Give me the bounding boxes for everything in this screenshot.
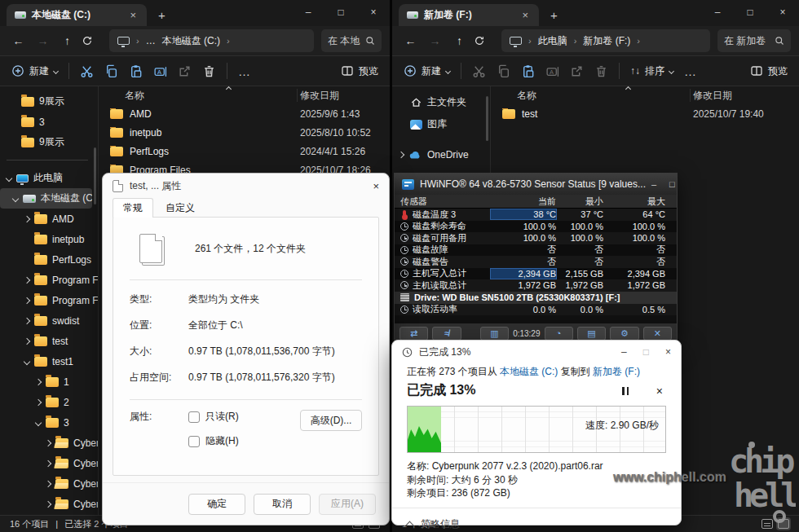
layout-button[interactable]: ▥ [480,327,509,341]
chevron-down-icon[interactable] [24,358,30,364]
sidebar-item[interactable]: Cyberpur [0,494,98,514]
refresh-button[interactable] [474,35,494,46]
report-button[interactable]: ▤ [577,327,606,341]
sidebar-item[interactable]: swdist [0,310,98,331]
paste-icon[interactable] [521,64,535,78]
source-link[interactable]: 本地磁盘 (C:) [500,366,558,377]
this-pc-icon[interactable] [510,37,522,45]
sensor-row[interactable]: 磁盘可用备用 100.0 % 100.0 % 100.0 % [395,232,677,244]
sidebar-item[interactable]: inetpub [0,229,98,249]
forward-button[interactable]: → [425,34,445,47]
close-button[interactable]: × [373,180,379,192]
file-row[interactable]: inetpub2025/8/10 10:52 [99,123,390,142]
breadcrumb-segment[interactable]: 本地磁盘 (C:) [162,34,220,48]
new-button[interactable]: 新建 [11,64,58,78]
column-header-name[interactable]: 名称 [99,89,300,103]
up-button[interactable]: ↑ [57,34,77,47]
paste-icon[interactable] [129,64,143,78]
this-pc-icon[interactable] [117,37,130,45]
column-header-date[interactable]: 修改日期 [300,89,390,103]
maximize-button[interactable]: □ [669,179,675,189]
file-row[interactable]: test 2025/10/7 19:40 [491,104,799,123]
search-icon[interactable] [365,36,375,46]
tab-local-disk-c[interactable]: 本地磁盘 (C:) × [7,4,147,26]
preview-toggle[interactable]: 预览 [750,64,788,78]
details-toggle[interactable]: 简略信息 [407,508,666,531]
column-max[interactable]: 最大 [603,196,665,208]
cancel-copy-button[interactable]: × [656,385,663,398]
scrollbar-thumb[interactable] [486,96,488,141]
advanced-button[interactable]: 高级(D)... [300,410,362,431]
back-button[interactable]: ← [8,34,29,47]
sensor-row[interactable]: 磁盘故障 否 否 否 [395,244,677,257]
close-button[interactable]: × [357,0,390,24]
sensor-row[interactable]: 主机读取总计 1,972 GB 1,972 GB 1,972 GB [395,279,677,292]
cut-icon[interactable] [80,64,94,78]
minimize-button[interactable]: – [621,346,627,358]
delete-icon[interactable] [594,64,608,78]
tab-close-icon[interactable]: × [519,9,531,21]
new-button[interactable]: 新建 [404,64,450,78]
sidebar-item[interactable]: Cyberpur [0,453,98,473]
column-header-date[interactable]: 修改日期 [693,89,799,103]
sidebar-item[interactable]: 1 [0,372,98,392]
arrows-button[interactable]: ⇄ [400,327,428,341]
checkbox-unchecked[interactable] [188,436,200,447]
back-button[interactable]: ← [400,34,421,47]
sidebar-item[interactable]: PerfLogs [0,249,98,270]
share-icon[interactable] [178,64,192,78]
new-tab-button[interactable]: + [158,9,166,21]
more-options-icon[interactable]: … [238,64,251,78]
cut-icon[interactable] [472,64,486,78]
chevron-down-icon[interactable] [12,195,19,201]
ok-button[interactable]: 确定 [188,494,245,515]
chevron-right-icon[interactable] [35,398,42,405]
drive-header-row[interactable]: Drive: WD Blue SN5100 2TB (25330K803371)… [395,292,677,304]
rename-icon[interactable]: A [545,64,559,78]
maximize-button[interactable]: □ [324,0,357,24]
breadcrumb-collapsed[interactable]: … [146,35,156,46]
sidebar-item-local-disk-c[interactable]: 本地磁盘 (C:) [0,188,92,209]
sidebar-item[interactable]: 9展示 [0,91,98,112]
forward-button[interactable]: → [33,34,53,47]
breadcrumb-segment[interactable]: 此电脑 [538,34,567,48]
search-icon[interactable] [775,36,784,46]
column-header-name[interactable]: 名称 [491,89,693,103]
sensor-row[interactable]: 磁盘剩余寿命 100.0 % 100.0 % 100.0 % [395,221,677,233]
settings-gear-button[interactable]: ⚙ [610,327,638,341]
maximize-button[interactable]: □ [734,0,766,24]
minimize-button[interactable]: – [292,0,324,24]
copy-icon[interactable] [104,64,118,78]
collapse-button[interactable]: ≉ [432,327,461,341]
close-tool-button[interactable]: ✕ [643,327,672,341]
destination-link[interactable]: 新加卷 (F:) [593,366,640,377]
apply-button[interactable]: 应用(A) [319,494,376,515]
chevron-down-icon[interactable] [35,419,42,425]
chevron-right-icon[interactable] [45,500,51,507]
sidebar-item[interactable]: Program File [0,290,98,310]
pause-button[interactable] [622,387,629,395]
column-sensor[interactable]: 传感器 [400,196,491,208]
sort-button[interactable]: ↑↓ 排序 [630,64,673,78]
close-button[interactable]: × [665,346,671,358]
sidebar-item-gallery[interactable]: 图库 [392,113,490,135]
tab-general[interactable]: 常规 [113,198,153,218]
search-input[interactable]: 在 新加卷 [717,29,791,52]
rename-icon[interactable]: A [153,64,167,78]
sensor-row[interactable]: 读取活动率 0.0 % 0.0 % 0.5 % [395,304,677,316]
refresh-button[interactable] [82,35,102,46]
chevron-right-icon[interactable] [24,297,30,303]
maximize-button[interactable]: □ [643,346,649,358]
scrollbar-thumb[interactable] [94,147,96,204]
sidebar-item[interactable]: AMD [0,209,98,229]
sidebar-item[interactable]: test1 [0,351,98,372]
close-button[interactable]: × [766,0,799,24]
file-row[interactable]: AMD2025/9/6 1:43 [99,104,390,123]
new-tab-button[interactable]: + [550,9,558,21]
column-current[interactable]: 当前 [491,196,556,208]
column-min[interactable]: 最小 [556,196,603,208]
tab-close-icon[interactable]: × [127,9,139,21]
column-divider[interactable] [690,89,691,102]
chevron-right-icon[interactable] [45,480,51,486]
sidebar-item[interactable]: 2 [0,392,98,412]
